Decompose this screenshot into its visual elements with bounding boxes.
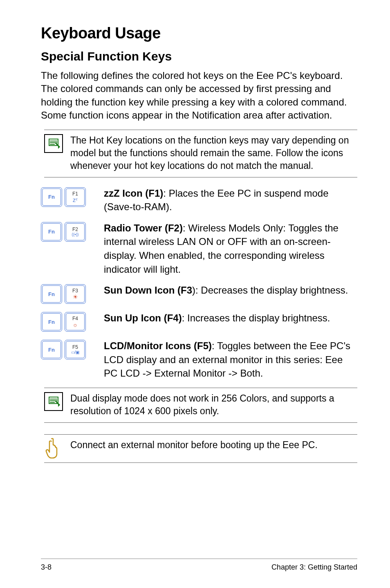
- key-combo-f4: Fn F4 ☼: [41, 312, 94, 332]
- fn-key: Fn: [42, 189, 61, 206]
- f2-key: F2 ((•)): [66, 223, 85, 240]
- fn-key: Fn: [42, 223, 61, 240]
- fn-key: Fn: [42, 285, 61, 303]
- f2-description: Radio Tower (F2): Wireless Models Only: …: [104, 221, 357, 276]
- f4-description: Sun Up Icon (F4): Increases the display …: [104, 311, 330, 325]
- key-combo-f1: Fn F1 zᶻ: [41, 187, 94, 207]
- f5-description: LCD/Monitor Icons (F5): Toggles between …: [104, 339, 357, 380]
- zzz-icon: zᶻ: [73, 197, 78, 203]
- fn-row-f4: Fn F4 ☼ Sun Up Icon (F4): Increases the …: [41, 311, 357, 332]
- f4-desc-text: : Increases the display brightness.: [182, 312, 330, 323]
- intro-paragraph: The following defines the colored hot ke…: [41, 69, 357, 122]
- note-icon: [44, 392, 63, 411]
- fn-row-f1: Fn F1 zᶻ zzZ Icon (F1): Places the Eee P…: [41, 186, 357, 214]
- f4-lead: Sun Up Icon (F4): [104, 312, 182, 323]
- f4-label: F4: [72, 316, 78, 321]
- lcd-monitor-icon: ▭/▣: [71, 350, 80, 355]
- f5-label: F5: [72, 345, 78, 350]
- chapter-label: Chapter 3: Getting Started: [271, 563, 357, 572]
- key-combo-f2: Fn F2 ((•)): [41, 222, 94, 242]
- page-title: Keyboard Usage: [41, 25, 357, 42]
- key-combo-f5: Fn F5 ▭/▣: [41, 340, 94, 359]
- fn-row-f3: Fn F3 ☀ Sun Down Icon (F3): Decreases th…: [41, 283, 357, 304]
- f4-key: F4 ☼: [66, 313, 85, 330]
- f5-key: F5 ▭/▣: [66, 341, 85, 358]
- page-footer: 3-8 Chapter 3: Getting Started: [41, 559, 357, 572]
- f3-lead: Sun Down Icon (F3: [104, 285, 192, 296]
- note-icon: [44, 134, 63, 153]
- fn-key: Fn: [42, 341, 61, 358]
- hand-icon: [44, 439, 63, 458]
- f2-label: F2: [72, 227, 78, 232]
- f1-label: F1: [72, 191, 78, 196]
- sun-up-icon: ☼: [73, 322, 78, 328]
- f5-lead: LCD/Monitor Icons (F5): [104, 340, 212, 351]
- f3-description: Sun Down Icon (F3): Decreases the displa…: [104, 283, 348, 297]
- section-heading: Special Function Keys: [41, 49, 357, 63]
- note-block-dual-display: Dual display mode does not work in 256 C…: [44, 388, 357, 423]
- note-text: Connect an external monitor before booti…: [70, 439, 318, 451]
- page-number: 3-8: [41, 563, 52, 572]
- f2-lead: Radio Tower (F2): [104, 222, 183, 233]
- f3-desc-text: ): Decreases the display brightness.: [192, 285, 348, 296]
- sun-down-icon: ☀: [73, 294, 78, 300]
- f1-lead: zzZ Icon (F1): [104, 188, 163, 199]
- note-block-hotkey-locations: The Hot Key locations on the function ke…: [44, 130, 357, 177]
- fn-key: Fn: [42, 313, 61, 330]
- f1-key: F1 zᶻ: [66, 189, 85, 206]
- note-text: Dual display mode does not work in 256 C…: [70, 392, 357, 417]
- note-block-external-monitor: Connect an external monitor before booti…: [44, 434, 357, 463]
- f3-key: F3 ☀: [66, 285, 85, 303]
- f3-label: F3: [72, 288, 78, 293]
- radio-tower-icon: ((•)): [72, 233, 79, 237]
- f1-description: zzZ Icon (F1): Places the Eee PC in susp…: [104, 186, 357, 214]
- fn-row-f2: Fn F2 ((•)) Radio Tower (F2): Wireless M…: [41, 221, 357, 276]
- key-combo-f3: Fn F3 ☀: [41, 284, 94, 304]
- fn-row-f5: Fn F5 ▭/▣ LCD/Monitor Icons (F5): Toggle…: [41, 339, 357, 380]
- note-text: The Hot Key locations on the function ke…: [70, 134, 357, 172]
